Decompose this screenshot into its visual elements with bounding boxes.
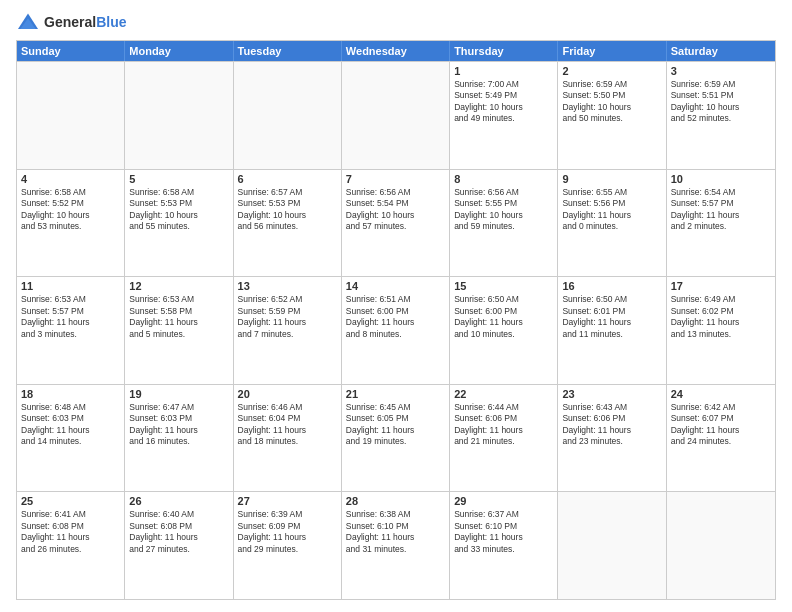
- day-number: 11: [21, 280, 120, 292]
- day-number: 1: [454, 65, 553, 77]
- day-info: Sunrise: 6:49 AM Sunset: 6:02 PM Dayligh…: [671, 294, 771, 340]
- day-number: 14: [346, 280, 445, 292]
- header-day-monday: Monday: [125, 41, 233, 61]
- calendar-cell: 13Sunrise: 6:52 AM Sunset: 5:59 PM Dayli…: [234, 277, 342, 384]
- day-number: 5: [129, 173, 228, 185]
- day-info: Sunrise: 6:42 AM Sunset: 6:07 PM Dayligh…: [671, 402, 771, 448]
- calendar-cell: [558, 492, 666, 599]
- day-info: Sunrise: 6:58 AM Sunset: 5:53 PM Dayligh…: [129, 187, 228, 233]
- day-number: 27: [238, 495, 337, 507]
- calendar-cell: 6Sunrise: 6:57 AM Sunset: 5:53 PM Daylig…: [234, 170, 342, 277]
- day-number: 10: [671, 173, 771, 185]
- day-number: 13: [238, 280, 337, 292]
- calendar: SundayMondayTuesdayWednesdayThursdayFrid…: [16, 40, 776, 600]
- header: GeneralBlue: [16, 12, 776, 32]
- day-info: Sunrise: 6:55 AM Sunset: 5:56 PM Dayligh…: [562, 187, 661, 233]
- calendar-cell: 26Sunrise: 6:40 AM Sunset: 6:08 PM Dayli…: [125, 492, 233, 599]
- day-number: 16: [562, 280, 661, 292]
- calendar-cell: 24Sunrise: 6:42 AM Sunset: 6:07 PM Dayli…: [667, 385, 775, 492]
- header-day-saturday: Saturday: [667, 41, 775, 61]
- day-number: 15: [454, 280, 553, 292]
- day-number: 8: [454, 173, 553, 185]
- calendar-cell: 10Sunrise: 6:54 AM Sunset: 5:57 PM Dayli…: [667, 170, 775, 277]
- calendar-cell: [667, 492, 775, 599]
- day-info: Sunrise: 6:41 AM Sunset: 6:08 PM Dayligh…: [21, 509, 120, 555]
- day-number: 23: [562, 388, 661, 400]
- calendar-cell: 5Sunrise: 6:58 AM Sunset: 5:53 PM Daylig…: [125, 170, 233, 277]
- header-day-sunday: Sunday: [17, 41, 125, 61]
- day-info: Sunrise: 6:40 AM Sunset: 6:08 PM Dayligh…: [129, 509, 228, 555]
- calendar-cell: 4Sunrise: 6:58 AM Sunset: 5:52 PM Daylig…: [17, 170, 125, 277]
- logo-icon: [16, 12, 40, 32]
- day-info: Sunrise: 6:52 AM Sunset: 5:59 PM Dayligh…: [238, 294, 337, 340]
- day-info: Sunrise: 6:59 AM Sunset: 5:50 PM Dayligh…: [562, 79, 661, 125]
- calendar-cell: 17Sunrise: 6:49 AM Sunset: 6:02 PM Dayli…: [667, 277, 775, 384]
- calendar-row-2: 4Sunrise: 6:58 AM Sunset: 5:52 PM Daylig…: [17, 169, 775, 277]
- calendar-cell: 20Sunrise: 6:46 AM Sunset: 6:04 PM Dayli…: [234, 385, 342, 492]
- header-day-friday: Friday: [558, 41, 666, 61]
- day-number: 26: [129, 495, 228, 507]
- day-info: Sunrise: 7:00 AM Sunset: 5:49 PM Dayligh…: [454, 79, 553, 125]
- calendar-cell: 15Sunrise: 6:50 AM Sunset: 6:00 PM Dayli…: [450, 277, 558, 384]
- day-number: 22: [454, 388, 553, 400]
- day-number: 28: [346, 495, 445, 507]
- day-info: Sunrise: 6:47 AM Sunset: 6:03 PM Dayligh…: [129, 402, 228, 448]
- logo-text: GeneralBlue: [44, 14, 126, 30]
- day-info: Sunrise: 6:45 AM Sunset: 6:05 PM Dayligh…: [346, 402, 445, 448]
- header-day-thursday: Thursday: [450, 41, 558, 61]
- calendar-cell: 16Sunrise: 6:50 AM Sunset: 6:01 PM Dayli…: [558, 277, 666, 384]
- calendar-cell: 14Sunrise: 6:51 AM Sunset: 6:00 PM Dayli…: [342, 277, 450, 384]
- day-info: Sunrise: 6:43 AM Sunset: 6:06 PM Dayligh…: [562, 402, 661, 448]
- calendar-body: 1Sunrise: 7:00 AM Sunset: 5:49 PM Daylig…: [17, 61, 775, 599]
- day-info: Sunrise: 6:50 AM Sunset: 6:00 PM Dayligh…: [454, 294, 553, 340]
- day-info: Sunrise: 6:38 AM Sunset: 6:10 PM Dayligh…: [346, 509, 445, 555]
- day-number: 20: [238, 388, 337, 400]
- day-info: Sunrise: 6:56 AM Sunset: 5:54 PM Dayligh…: [346, 187, 445, 233]
- calendar-cell: 29Sunrise: 6:37 AM Sunset: 6:10 PM Dayli…: [450, 492, 558, 599]
- logo: GeneralBlue: [16, 12, 126, 32]
- day-number: 9: [562, 173, 661, 185]
- day-number: 17: [671, 280, 771, 292]
- day-info: Sunrise: 6:44 AM Sunset: 6:06 PM Dayligh…: [454, 402, 553, 448]
- calendar-cell: 21Sunrise: 6:45 AM Sunset: 6:05 PM Dayli…: [342, 385, 450, 492]
- day-number: 18: [21, 388, 120, 400]
- calendar-cell: 18Sunrise: 6:48 AM Sunset: 6:03 PM Dayli…: [17, 385, 125, 492]
- day-info: Sunrise: 6:53 AM Sunset: 5:57 PM Dayligh…: [21, 294, 120, 340]
- header-day-tuesday: Tuesday: [234, 41, 342, 61]
- day-number: 29: [454, 495, 553, 507]
- day-info: Sunrise: 6:39 AM Sunset: 6:09 PM Dayligh…: [238, 509, 337, 555]
- page: GeneralBlue SundayMondayTuesdayWednesday…: [0, 0, 792, 612]
- day-number: 4: [21, 173, 120, 185]
- day-info: Sunrise: 6:59 AM Sunset: 5:51 PM Dayligh…: [671, 79, 771, 125]
- calendar-cell: 1Sunrise: 7:00 AM Sunset: 5:49 PM Daylig…: [450, 62, 558, 169]
- calendar-header: SundayMondayTuesdayWednesdayThursdayFrid…: [17, 41, 775, 61]
- day-info: Sunrise: 6:56 AM Sunset: 5:55 PM Dayligh…: [454, 187, 553, 233]
- calendar-cell: 2Sunrise: 6:59 AM Sunset: 5:50 PM Daylig…: [558, 62, 666, 169]
- day-info: Sunrise: 6:51 AM Sunset: 6:00 PM Dayligh…: [346, 294, 445, 340]
- day-info: Sunrise: 6:53 AM Sunset: 5:58 PM Dayligh…: [129, 294, 228, 340]
- calendar-cell: 7Sunrise: 6:56 AM Sunset: 5:54 PM Daylig…: [342, 170, 450, 277]
- day-number: 7: [346, 173, 445, 185]
- calendar-row-5: 25Sunrise: 6:41 AM Sunset: 6:08 PM Dayli…: [17, 491, 775, 599]
- calendar-cell: 28Sunrise: 6:38 AM Sunset: 6:10 PM Dayli…: [342, 492, 450, 599]
- calendar-cell: 3Sunrise: 6:59 AM Sunset: 5:51 PM Daylig…: [667, 62, 775, 169]
- calendar-row-1: 1Sunrise: 7:00 AM Sunset: 5:49 PM Daylig…: [17, 61, 775, 169]
- day-number: 19: [129, 388, 228, 400]
- calendar-cell: 22Sunrise: 6:44 AM Sunset: 6:06 PM Dayli…: [450, 385, 558, 492]
- calendar-cell: 25Sunrise: 6:41 AM Sunset: 6:08 PM Dayli…: [17, 492, 125, 599]
- day-number: 6: [238, 173, 337, 185]
- calendar-row-3: 11Sunrise: 6:53 AM Sunset: 5:57 PM Dayli…: [17, 276, 775, 384]
- calendar-cell: 23Sunrise: 6:43 AM Sunset: 6:06 PM Dayli…: [558, 385, 666, 492]
- calendar-row-4: 18Sunrise: 6:48 AM Sunset: 6:03 PM Dayli…: [17, 384, 775, 492]
- day-number: 21: [346, 388, 445, 400]
- calendar-cell: [17, 62, 125, 169]
- calendar-cell: 8Sunrise: 6:56 AM Sunset: 5:55 PM Daylig…: [450, 170, 558, 277]
- calendar-cell: 9Sunrise: 6:55 AM Sunset: 5:56 PM Daylig…: [558, 170, 666, 277]
- day-number: 24: [671, 388, 771, 400]
- day-number: 2: [562, 65, 661, 77]
- day-info: Sunrise: 6:50 AM Sunset: 6:01 PM Dayligh…: [562, 294, 661, 340]
- day-info: Sunrise: 6:57 AM Sunset: 5:53 PM Dayligh…: [238, 187, 337, 233]
- day-info: Sunrise: 6:54 AM Sunset: 5:57 PM Dayligh…: [671, 187, 771, 233]
- day-info: Sunrise: 6:58 AM Sunset: 5:52 PM Dayligh…: [21, 187, 120, 233]
- calendar-cell: [342, 62, 450, 169]
